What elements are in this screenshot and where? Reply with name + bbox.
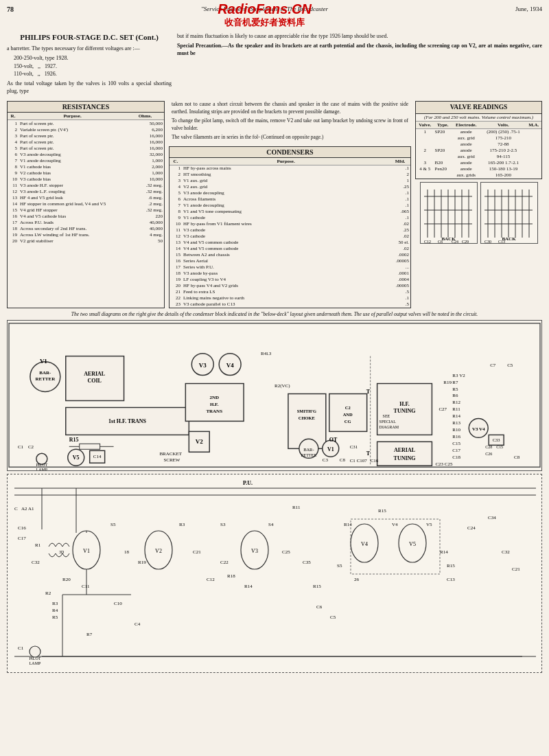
cond-col-mfd: Mfd. (390, 158, 410, 165)
svg-text:SPECIAL: SPECIAL (379, 420, 397, 424)
svg-text:C21: C21 (193, 549, 201, 555)
svg-text:C21: C21 (512, 566, 520, 572)
svg-text:R2(VC): R2(VC) (274, 382, 290, 388)
table-row: 6Across filaments.1 (170, 196, 410, 203)
table-row: 1SP20anode(200) (250) .75-1 (416, 128, 541, 135)
watermark-title: RadioFans.CN (218, 1, 312, 17)
table-row: 19LF coupling V3 to V4.0004 (170, 277, 410, 283)
svg-point-182 (30, 646, 40, 657)
svg-text:2ND: 2ND (209, 395, 219, 400)
svg-text:CHOKE: CHOKE (299, 415, 315, 420)
table-row: 8V1 and V5 tone compensating.065 (170, 209, 410, 215)
svg-text:V1: V1 (40, 357, 47, 364)
svg-text:R3: R3 (52, 601, 58, 606)
svg-text:R15: R15 (313, 584, 321, 589)
svg-text:R2: R2 (45, 591, 51, 596)
svg-text:R7: R7 (452, 379, 458, 385)
svg-text:C25: C25 (282, 549, 290, 555)
svg-text:V2: V2 (459, 372, 465, 378)
table-row: 8V1 cathode bias2,000 (8, 163, 164, 170)
svg-text:C3: C3 (323, 457, 329, 463)
svg-text:S5: S5 (110, 522, 116, 527)
svg-text:C27: C27 (439, 406, 447, 412)
svg-text:C22: C22 (220, 560, 229, 565)
svg-text:V2: V2 (196, 438, 203, 445)
svg-text:A2 A1: A2 A1 (21, 506, 34, 512)
svg-text:AERIAL: AERIAL (394, 447, 415, 453)
resistances-table: R. Purpose. Ohms. 1Part of screen ptr.50… (8, 113, 164, 244)
schematic-caption: The two small diagrams on the right give… (7, 311, 542, 318)
valve-readings-box: VALVE READINGS (For 200 and 250 volt mai… (415, 101, 542, 179)
svg-text:C35: C35 (303, 560, 311, 565)
table-row: 9V2 cathode bias1,000 (8, 170, 164, 176)
svg-text:26: 26 (354, 577, 360, 582)
svg-text:C8: C8 (514, 455, 520, 460)
table-row: 5Part of screen ptr.16,000 (8, 145, 164, 151)
svg-text:C1: C1 (18, 645, 24, 651)
svg-text:R15: R15 (69, 437, 79, 443)
svg-text:C34: C34 (488, 515, 496, 520)
svg-text:C17: C17 (18, 536, 26, 541)
svg-text:V2: V2 (155, 548, 162, 554)
svg-text:R15: R15 (447, 563, 455, 569)
table-row: 13V4 and V5 common cathode50 el. (170, 240, 410, 246)
svg-text:C16: C16 (18, 525, 26, 531)
table-row: 15V4 grid HF stopper.32 meg. (8, 207, 164, 213)
svg-text:S5: S5 (337, 563, 342, 569)
table-row: 12V3 anode L.F. coupling.32 meg. (8, 188, 164, 194)
svg-text:C4: C4 (135, 621, 141, 627)
table-row: 18V3 anode by-pass.0001 (170, 271, 410, 277)
svg-text:R11: R11 (452, 406, 460, 412)
svg-text:C31: C31 (350, 444, 358, 450)
table-row: 14HF stopper in common grid lead, V4 and… (8, 201, 164, 207)
table-row: 17Across P.U. leads40,000 (8, 219, 164, 225)
table-row: 10V3 cathode bias10,000 (8, 176, 164, 182)
svg-text:SMITH'G: SMITH'G (297, 409, 316, 413)
svg-text:TUNING: TUNING (394, 408, 416, 414)
svg-text:R4l.3: R4l.3 (261, 350, 272, 356)
svg-text:C5: C5 (507, 362, 513, 367)
svg-text:T: T (366, 450, 371, 457)
table-row: aux. grid94-115 (416, 154, 541, 160)
table-row: 7V1 anode decoupling.1 (170, 203, 410, 209)
table-row: 4Part of screen ptr.16,000 (8, 139, 164, 145)
valve-col-ma: M.A. (526, 122, 541, 129)
resistances-box: RESISTANCES R. Purpose. Ohms. 1Part of s… (7, 101, 165, 308)
svg-text:R5: R5 (52, 615, 58, 620)
svg-text:CG: CG (344, 419, 351, 424)
svg-text:BRACKET: BRACKET (159, 451, 182, 457)
table-row: aux. grid175-210 (416, 135, 541, 141)
table-row: 16Series Aerial.00005 (170, 258, 410, 264)
schematic-area: BAR- RETTER V1 AERIAL COIL 1st H.F. TRAN… (7, 320, 542, 471)
svg-text:C2: C2 (28, 444, 34, 450)
svg-text:R3: R3 (179, 522, 185, 527)
svg-text:R1: R1 (35, 542, 41, 548)
svg-text:V3: V3 (199, 361, 207, 368)
svg-text:R10: R10 (452, 427, 460, 433)
svg-text:T: T (366, 389, 371, 395)
svg-text:R15: R15 (378, 508, 386, 514)
circuit-svg: P.U. V1 V2 V3 V4 V5 C A2 A1 (8, 474, 542, 670)
svg-text:R4: R4 (52, 608, 58, 613)
page-container: 78 RadioFans.CN 收音机爱好者资料库 "Service Engin… (0, 0, 549, 756)
svg-rect-37 (80, 444, 100, 449)
svg-text:LAMP: LAMP (36, 468, 48, 470)
svg-text:V4: V4 (361, 541, 368, 547)
watermark-subtitle: 收音机爱好者资料库 (224, 16, 305, 29)
table-row: 4 & 5Pen20anode150-180 13-19 (416, 166, 541, 172)
svg-text:C16: C16 (371, 458, 379, 463)
svg-text:PILOT: PILOT (36, 463, 47, 467)
svg-text:TUNING: TUNING (394, 455, 416, 461)
svg-text:C26: C26 (485, 452, 492, 456)
svg-text:OT: OT (329, 437, 338, 443)
svg-text:H.F.: H.F. (399, 401, 409, 407)
right-intro-text: but if mains fluctuation is likely to ca… (177, 32, 542, 58)
svg-text:SCREW: SCREW (163, 457, 180, 463)
table-row: 23V3 cathode parallel to C13.5 (170, 301, 410, 308)
svg-text:V4: V4 (392, 522, 398, 527)
resistances-title: RESISTANCES (8, 102, 164, 113)
valve-col-valve: Valve. (416, 122, 434, 129)
svg-text:C24: C24 (467, 525, 476, 531)
table-row: 2HT smoothing2 (170, 172, 410, 178)
svg-text:SEE: SEE (383, 414, 390, 418)
